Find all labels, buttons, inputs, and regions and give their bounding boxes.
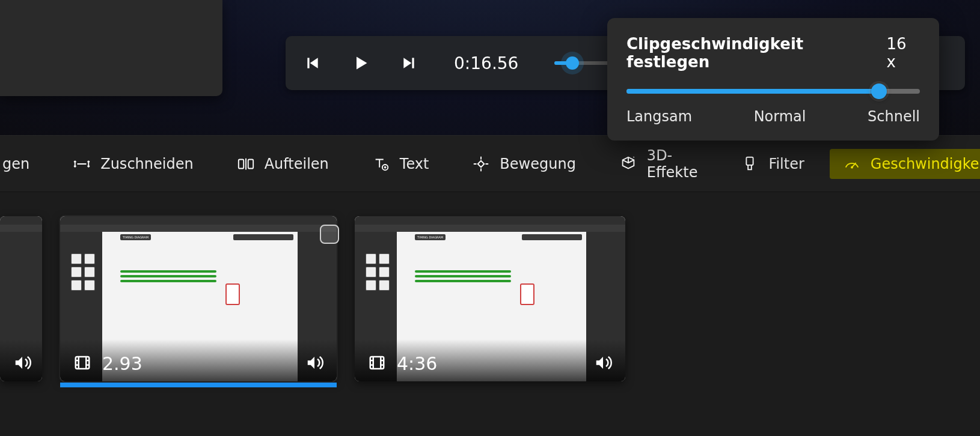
film-icon	[368, 354, 386, 374]
text-icon	[372, 155, 390, 173]
svg-rect-2	[238, 159, 243, 168]
svg-rect-5	[478, 160, 485, 167]
clip-selection-bar	[60, 383, 337, 387]
motion-button[interactable]: Bewegung	[459, 149, 589, 179]
split-icon	[237, 155, 255, 173]
clip-duration: 4:36	[397, 353, 437, 374]
svg-rect-0	[307, 58, 309, 68]
speed-slider-thumb[interactable]	[871, 83, 887, 99]
speed-button[interactable]: Geschwindigkeit	[830, 149, 980, 179]
filter-icon	[741, 155, 759, 173]
preview-area: 0:16.56 Clipgeschwindigkeit festlegen 16…	[0, 0, 980, 135]
split-button[interactable]: Aufteilen	[224, 149, 342, 179]
audio-icon	[13, 354, 31, 374]
speed-popup-title: Clipgeschwindigkeit festlegen	[626, 35, 886, 71]
svg-rect-6	[747, 157, 753, 165]
clip-1[interactable]: TIMING DIAGRAM 2.93	[60, 216, 337, 381]
svg-rect-1	[412, 58, 414, 68]
playhead-indicator[interactable]	[320, 225, 339, 244]
preview-canvas-corner	[0, 0, 222, 96]
timeline[interactable]: TIMING DIAGRAM 2.93	[0, 192, 980, 436]
speed-slider[interactable]	[626, 89, 920, 94]
speedometer-icon	[843, 155, 861, 173]
toolbar-item-partial[interactable]: gen	[0, 150, 43, 178]
zoom-slider-thumb[interactable]	[566, 56, 579, 70]
speed-label-fast: Schnell	[868, 108, 920, 125]
svg-rect-9	[76, 357, 90, 369]
play-icon	[352, 55, 369, 71]
svg-point-7	[851, 166, 853, 168]
text-button[interactable]: Text	[359, 149, 443, 179]
step-forward-icon	[401, 55, 417, 71]
svg-rect-3	[248, 159, 253, 168]
3d-effects-icon	[619, 155, 637, 173]
motion-icon	[472, 155, 490, 173]
svg-rect-10	[370, 357, 384, 369]
play-button[interactable]	[352, 54, 370, 72]
audio-icon	[305, 354, 323, 374]
3d-effects-button[interactable]: 3D-Effekte	[606, 141, 711, 187]
speed-label-normal: Normal	[754, 108, 806, 125]
trim-button[interactable]: Zuschneiden	[60, 149, 206, 179]
audio-icon	[594, 354, 612, 374]
clip-partial[interactable]	[0, 216, 42, 381]
step-back-icon	[305, 55, 320, 71]
editing-toolbar: gen Zuschneiden Aufteilen Text Bewegung …	[0, 135, 980, 192]
step-forward-button[interactable]	[400, 54, 418, 72]
clip-2[interactable]: TIMING DIAGRAM 4:36	[355, 216, 625, 381]
trim-icon	[73, 155, 91, 173]
step-back-button[interactable]	[304, 54, 322, 72]
speed-label-slow: Langsam	[626, 108, 692, 125]
film-icon	[73, 354, 91, 374]
filter-button[interactable]: Filter	[727, 149, 817, 179]
playback-time: 0:16.56	[454, 53, 518, 73]
clip-speed-popup: Clipgeschwindigkeit festlegen 16 x Langs…	[607, 18, 939, 141]
speed-popup-value: 16 x	[886, 35, 920, 71]
clip-duration: 2.93	[102, 353, 142, 374]
